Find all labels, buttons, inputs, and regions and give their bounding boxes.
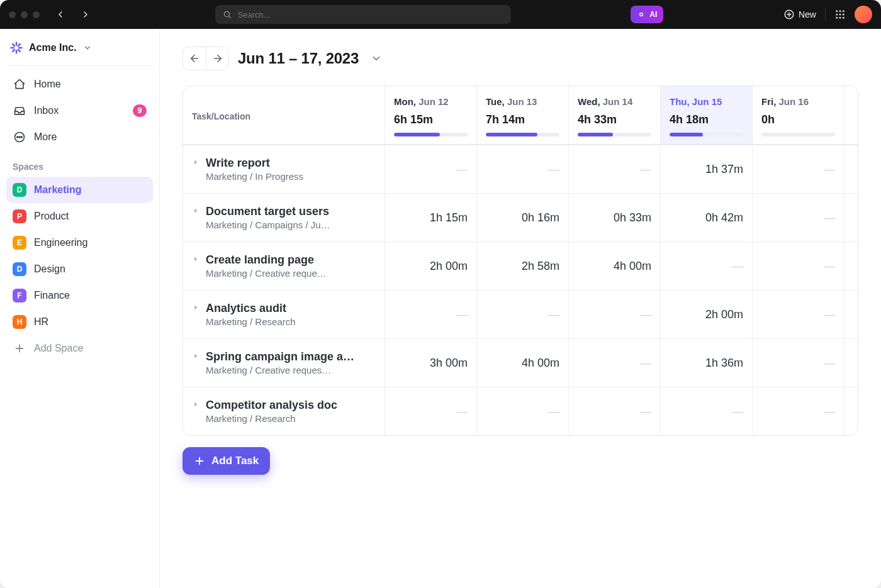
time-cell[interactable]: 1h 15m [384,194,476,241]
time-cell[interactable]: — [660,387,752,435]
column-header-day[interactable]: Mon, Jun 126h 15m [384,86,476,144]
task-cell[interactable]: Create landing pageMarketing / Creative … [183,242,384,290]
timesheet-row: Competitor analysis docMarketing / Resea… [183,387,858,435]
empty-value: — [824,405,835,418]
sidebar-item-inbox[interactable]: Inbox 9 [6,97,153,124]
expand-icon[interactable] [192,401,199,408]
task-cell[interactable]: Document target usersMarketing / Campaig… [183,194,384,241]
svg-point-9 [836,14,838,16]
sidebar-item-more[interactable]: More [6,124,153,150]
sidebar-space-item[interactable]: DMarketing [6,177,153,203]
expand-icon[interactable] [192,207,199,214]
time-cell[interactable]: — [384,387,476,435]
sidebar-item-home[interactable]: Home [6,71,153,97]
time-cell[interactable]: 1h 37m [660,145,752,193]
time-cell[interactable]: — [384,145,476,193]
apps-button[interactable] [834,9,846,20]
workspace-name: Acme Inc. [29,42,77,53]
time-cell[interactable]: — [752,242,844,290]
task-path: Marketing / Campaigns / Ju… [206,219,330,230]
empty-value: — [456,405,468,418]
column-header-day[interactable]: Thu, Jun 154h 18m [660,86,752,144]
next-week-button[interactable] [206,47,228,70]
sidebar-space-item[interactable]: HHR [6,309,153,335]
workspace-switcher[interactable]: Acme Inc. [6,35,153,60]
task-path: Marketing / Research [206,316,296,327]
expand-icon[interactable] [192,158,199,166]
time-cell[interactable]: — [568,387,660,435]
time-cell[interactable]: 0h 42m [660,194,752,241]
sidebar-space-item[interactable]: PProduct [6,203,153,230]
task-cell[interactable]: Write reportMarketing / In Progress [183,145,384,193]
empty-value: — [824,308,835,321]
time-cell[interactable]: 2h 00m [660,291,752,338]
task-cell[interactable]: Competitor analysis docMarketing / Resea… [183,387,384,435]
time-cell[interactable]: 2h 00m [384,242,476,290]
time-cell[interactable]: — [752,194,844,241]
sidebar-space-item[interactable]: EEngineering [6,230,153,256]
day-dow: Thu, [670,96,690,107]
column-header-day[interactable]: Tue, Jun 137h 14m [476,86,568,144]
empty-value: — [640,163,651,176]
task-path: Marketing / Creative reques… [206,365,354,375]
space-label: Product [34,211,69,222]
sidebar-space-item[interactable]: FFinance [6,282,153,309]
time-cell[interactable]: — [476,145,568,193]
time-cell[interactable]: 0h 16m [476,194,568,241]
spaces-heading: Spaces [6,150,153,177]
empty-value: — [548,163,559,176]
prev-week-button[interactable] [183,47,206,70]
inbox-icon [13,104,26,118]
time-cell[interactable]: — [660,242,752,290]
ai-button[interactable]: AI [631,6,663,23]
nav-forward-button[interactable] [76,5,95,24]
svg-marker-32 [194,209,198,213]
expand-icon[interactable] [192,304,199,311]
expand-icon[interactable] [192,352,199,360]
column-header-day[interactable]: Wed, Jun 144h 33m [568,86,660,144]
new-button[interactable]: New [783,9,816,20]
column-header-day[interactable]: Fri, Jun 160h [752,86,844,144]
timesheet-row: Analytics auditMarketing / Research———2h… [183,290,858,338]
time-cell[interactable]: — [752,387,844,435]
global-search[interactable] [215,5,511,24]
traffic-min-icon[interactable] [21,11,28,18]
space-color-icon: E [13,236,26,250]
add-space-button[interactable]: Add Space [6,335,153,362]
date-range-picker[interactable] [368,50,385,67]
timesheet-table: Task/Location Mon, Jun 126h 15mTue, Jun … [182,86,858,436]
day-date: Jun 13 [507,96,537,107]
time-cell[interactable]: — [568,145,660,193]
empty-value: — [548,308,559,321]
svg-point-13 [839,17,841,19]
time-cell[interactable]: — [752,145,844,193]
search-input[interactable] [237,9,503,20]
time-cell[interactable]: 0h 33m [568,194,660,241]
time-cell[interactable]: 4h 00m [568,242,660,290]
task-cell[interactable]: Analytics auditMarketing / Research [183,291,384,338]
time-cell[interactable]: 2h 58m [476,242,568,290]
time-cell[interactable]: — [476,387,568,435]
traffic-close-icon[interactable] [9,11,16,18]
time-cell[interactable]: — [752,339,844,387]
time-cell[interactable]: — [568,291,660,338]
time-cell[interactable]: 1h 36m [660,339,752,387]
svg-point-24 [17,136,18,138]
column-header-task-label: Task/Location [192,111,250,121]
sidebar-space-item[interactable]: DDesign [6,256,153,282]
time-cell[interactable]: — [568,339,660,387]
time-cell[interactable]: — [384,291,476,338]
time-cell[interactable]: — [752,291,844,338]
add-task-button[interactable]: Add Task [182,447,270,475]
nav-back-button[interactable] [51,5,70,24]
expand-icon[interactable] [192,255,199,263]
time-cell[interactable]: 4h 00m [476,339,568,387]
task-cell[interactable]: Spring campaign image a…Marketing / Crea… [183,339,384,387]
user-avatar[interactable] [855,6,872,23]
traffic-max-icon[interactable] [33,11,40,18]
svg-marker-33 [194,257,198,262]
new-label: New [799,9,816,19]
time-cell[interactable]: — [476,291,568,338]
empty-value: — [548,405,559,418]
time-cell[interactable]: 3h 00m [384,339,476,387]
